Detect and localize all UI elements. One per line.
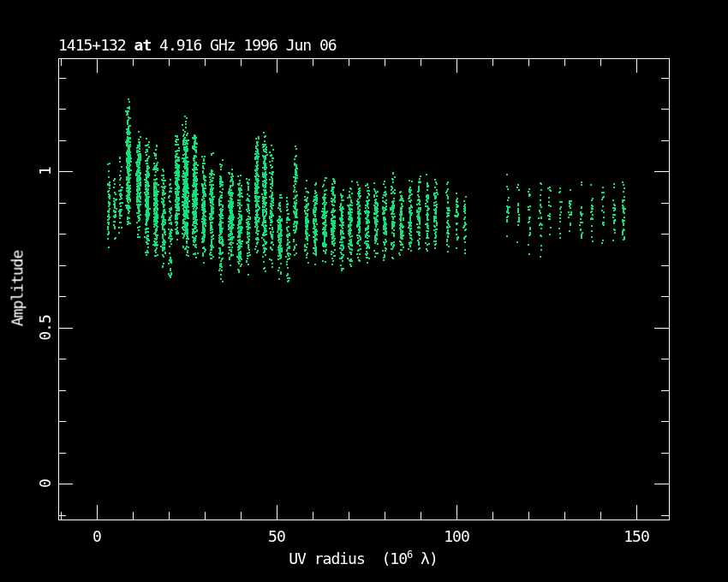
y-tick-label-0: 0 [36, 479, 54, 488]
y-axis-label: Amplitude [9, 251, 27, 327]
x-tick-label-150: 150 [624, 527, 649, 545]
uv-amplitude-plot-window: 1415+132 at 4.916 GHz 1996 Jun 06 Amplit… [0, 0, 728, 582]
plot-canvas [0, 0, 728, 582]
plot-title: 1415+132 at 4.916 GHz 1996 Jun 06 [58, 36, 337, 54]
x-axis-label: UV radius (106 λ) [289, 549, 437, 567]
y-tick-label-1: 1 [36, 167, 54, 175]
y-tick-label-0.5: 0.5 [36, 315, 54, 341]
title-freq-date: 4.916 GHz 1996 Jun 06 [151, 36, 336, 54]
title-at-word: at [134, 36, 152, 54]
x-tick-label-100: 100 [444, 527, 469, 545]
x-axis-label-post: λ) [412, 549, 438, 567]
x-axis-label-pre: UV radius (10 [289, 549, 407, 567]
x-tick-label-0: 0 [92, 527, 101, 545]
title-source-name: 1415+132 [58, 36, 134, 54]
x-tick-label-50: 50 [268, 527, 285, 545]
